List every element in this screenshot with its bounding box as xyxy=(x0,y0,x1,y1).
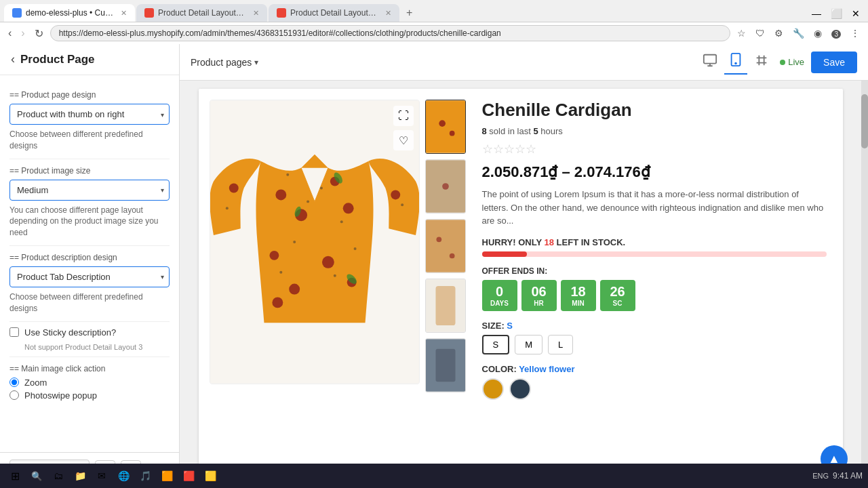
countdown-minutes: 18 MIN xyxy=(561,280,596,311)
color-swatch-dark[interactable] xyxy=(509,378,531,400)
svg-point-24 xyxy=(229,184,238,193)
color-selected-value: Yellow flower xyxy=(519,364,574,374)
product-design-select[interactable]: Product with thumb on right Product with… xyxy=(9,104,170,125)
product-image-size-select-wrapper: Small Medium Large ▾ xyxy=(9,180,170,201)
taskbar-icon-shop-2[interactable]: 🟥 xyxy=(179,466,198,485)
sidebar-header: ‹ Product Page xyxy=(0,44,179,75)
product-image-size-select[interactable]: Small Medium Large xyxy=(9,180,170,201)
new-tab-button[interactable]: + xyxy=(401,4,418,22)
wishlist-button[interactable]: ♡ xyxy=(393,130,414,150)
size-l-button[interactable]: L xyxy=(548,335,573,354)
size-options: S M L xyxy=(482,335,827,354)
svg-rect-28 xyxy=(426,100,465,152)
tab-2-close[interactable]: ✕ xyxy=(253,9,259,18)
countdown-days: 0 DAYS xyxy=(482,280,517,311)
sticky-desc-warning: Not support Product Detail Layout 3 xyxy=(24,343,170,351)
svg-point-12 xyxy=(272,297,283,308)
countdown-minutes-label: MIN xyxy=(564,300,593,307)
preview-scroll-thumb[interactable] xyxy=(861,94,868,148)
sold-count: 8 xyxy=(482,126,487,136)
pages-dropdown-arrow: ▾ xyxy=(254,58,258,67)
product-main-image xyxy=(210,100,419,384)
extension-btn-4[interactable]: ◉ xyxy=(811,26,825,40)
photoswipe-radio[interactable] xyxy=(9,390,19,400)
close-window-button[interactable]: ✕ xyxy=(848,5,864,22)
taskbar-icon-files[interactable]: 🗂 xyxy=(49,466,68,485)
pages-selector[interactable]: Product pages ▾ xyxy=(191,57,258,68)
sticky-desc-checkbox[interactable] xyxy=(9,327,19,337)
svg-point-7 xyxy=(342,203,353,214)
countdown-seconds-label: SC xyxy=(603,300,633,307)
svg-rect-37 xyxy=(435,286,455,325)
sidebar-back-button[interactable]: ‹ xyxy=(11,52,15,66)
browser-tabs: demo-elessi-plus • Customize ... ✕ Produ… xyxy=(0,0,868,22)
browser-bar: ‹ › ↻ ☆ 🛡 ⚙ 🔧 ◉ 3 ⋮ xyxy=(0,22,868,44)
mobile-view-button[interactable] xyxy=(724,49,747,75)
thumbnail-3[interactable] xyxy=(425,219,466,273)
sticky-desc-row: Use Sticky description? xyxy=(9,327,170,338)
tab-2[interactable]: Product Detail Layout 2 – demo... ✕ xyxy=(136,4,267,22)
product-desc-design-select-wrapper: Product Tab Description Accordion Descri… xyxy=(9,266,170,287)
thumbnail-1[interactable] xyxy=(425,100,466,154)
custom-view-button[interactable] xyxy=(750,49,773,75)
product-desc-design-select[interactable]: Product Tab Description Accordion Descri… xyxy=(9,266,170,287)
taskbar-icon-mail[interactable]: ✉ xyxy=(92,466,111,485)
bookmark-button[interactable]: ☆ xyxy=(734,26,749,40)
tab-3[interactable]: Product Detail Layout 1 – demo... ✕ xyxy=(269,4,399,22)
product-title: Chenille Cardigan xyxy=(482,100,827,121)
save-button[interactable]: Save xyxy=(811,52,857,73)
svg-point-18 xyxy=(353,247,356,250)
maximize-button[interactable]: ⬜ xyxy=(827,5,846,22)
zoom-radio-row: Zoom xyxy=(9,378,170,388)
thumbnail-4[interactable] xyxy=(425,279,466,333)
taskbar-eng-label: ENG xyxy=(812,472,829,480)
taskbar-icon-browser[interactable]: 🌐 xyxy=(114,466,133,485)
tab-1[interactable]: demo-elessi-plus • Customize ... ✕ xyxy=(4,4,135,22)
taskbar-start-button[interactable]: ⊞ xyxy=(5,466,24,485)
top-toolbar: Product pages ▾ Live Save xyxy=(180,44,868,81)
color-swatch-yellow[interactable] xyxy=(482,378,504,400)
thumbnail-2[interactable] xyxy=(425,159,466,214)
tab-3-close[interactable]: ✕ xyxy=(385,9,391,18)
url-input[interactable] xyxy=(50,25,731,41)
preview-scroll[interactable]: ⛶ ♡ xyxy=(180,81,861,486)
size-label: SIZE: S xyxy=(482,321,827,331)
countdown-days-num: 0 xyxy=(485,284,515,300)
tab-1-close[interactable]: ✕ xyxy=(121,9,127,18)
extension-btn-2[interactable]: ⚙ xyxy=(772,26,786,40)
desktop-view-button[interactable] xyxy=(698,49,722,75)
main-area: Product pages ▾ Live Save xyxy=(180,44,868,486)
menu-button[interactable]: ⋮ xyxy=(848,26,863,40)
thumbnail-5[interactable] xyxy=(425,338,466,392)
svg-point-30 xyxy=(449,131,454,136)
size-selected-value: S xyxy=(507,321,513,331)
svg-point-32 xyxy=(442,183,449,190)
taskbar-clock: 9:41 AM xyxy=(833,471,863,481)
taskbar-icon-folder[interactable]: 📁 xyxy=(71,466,90,485)
taskbar-icon-shop-3[interactable]: 🟨 xyxy=(201,466,220,485)
svg-point-29 xyxy=(439,120,446,127)
star-rating[interactable]: ☆☆☆☆☆ xyxy=(482,142,827,157)
sold-unit-text: hours xyxy=(540,126,563,136)
zoom-radio[interactable] xyxy=(9,378,19,387)
nav-forward-button[interactable]: › xyxy=(18,26,27,41)
nav-refresh-button[interactable]: ↻ xyxy=(32,26,46,41)
size-m-button[interactable]: M xyxy=(515,335,542,354)
taskbar-icon-shop-1[interactable]: 🟧 xyxy=(157,466,176,485)
preview-scrollbar[interactable] xyxy=(861,81,868,486)
extension-btn-1[interactable]: 🛡 xyxy=(753,26,768,40)
extension-btn-3[interactable]: 🔧 xyxy=(790,26,807,40)
taskbar-search[interactable]: 🔍 xyxy=(27,466,46,485)
expand-image-button[interactable]: ⛶ xyxy=(393,106,414,126)
svg-point-13 xyxy=(286,174,289,176)
taskbar-icon-music[interactable]: 🎵 xyxy=(136,466,155,485)
svg-point-34 xyxy=(436,237,441,242)
stock-alert-suffix: LEFT IN STOCK. xyxy=(557,237,626,247)
stock-alert-prefix: HURRY! ONLY xyxy=(482,237,545,247)
size-s-button[interactable]: S xyxy=(482,335,510,354)
minimize-button[interactable]: — xyxy=(808,5,825,22)
main-image-action-header: == Main image click action xyxy=(9,364,170,373)
color-swatches xyxy=(482,378,827,400)
product-design-hint: Choose between different predefined desi… xyxy=(9,129,170,152)
nav-back-button[interactable]: ‹ xyxy=(5,26,14,41)
